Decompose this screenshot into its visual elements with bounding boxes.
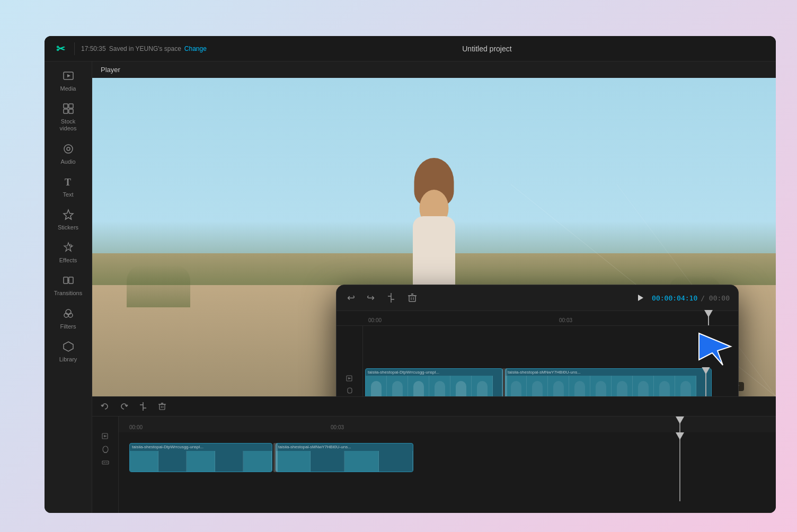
popup-clip-2-label: taisiia-shestopal-sMNwY7HBI0U-uns... bbox=[506, 369, 711, 376]
popup-time-display: 00:00:04:10 / 00:00 bbox=[632, 289, 730, 306]
sidebar-item-label: Library bbox=[59, 356, 77, 363]
svg-rect-4 bbox=[64, 109, 68, 113]
svg-point-42 bbox=[103, 446, 108, 453]
popup-clip-1[interactable]: taisiia-shestopal-DtpWrrcusgg-unspl... bbox=[365, 368, 503, 397]
change-space-button[interactable]: Change bbox=[184, 45, 207, 52]
track-audio-icon bbox=[346, 387, 353, 396]
svg-point-7 bbox=[67, 147, 70, 150]
svg-rect-3 bbox=[69, 104, 73, 108]
delete-button[interactable] bbox=[156, 400, 169, 413]
sidebar-item-label: Audio bbox=[60, 158, 75, 165]
popup-clip-2-thumbs bbox=[506, 376, 711, 397]
person-figure bbox=[402, 163, 466, 301]
sidebar-item-label: Stickers bbox=[58, 224, 78, 231]
app-logo: ✂ bbox=[53, 41, 68, 56]
popup-ruler: 00:00 00:03 bbox=[336, 311, 738, 326]
popup-thumb bbox=[387, 376, 408, 397]
timeline-toolbar bbox=[92, 397, 776, 416]
popup-current-time: 00:00:04:10 bbox=[652, 294, 697, 302]
timeline-tracks: taisiia-shestopal-DtpWrrcusgg-unspl... bbox=[119, 432, 776, 501]
popup-thumb bbox=[429, 376, 450, 397]
popup-clip-2[interactable]: taisiia-shestopal-sMNwY7HBI0U-uns... bbox=[505, 368, 712, 397]
sidebar-item-label: Text bbox=[63, 191, 73, 198]
popup-redo-button[interactable]: ↪ bbox=[365, 290, 377, 306]
svg-marker-31 bbox=[699, 333, 731, 365]
popup-thumb bbox=[633, 376, 654, 397]
popup-delete-button[interactable] bbox=[405, 291, 419, 305]
timeline-section: 00:00 00:03 taisiia-shestopal-DtpWrrcus bbox=[92, 396, 776, 513]
filters-icon bbox=[63, 308, 74, 321]
body: Media Stock videos bbox=[45, 61, 776, 513]
track-audio-control[interactable] bbox=[102, 446, 109, 455]
player-video: ↩ ↪ bbox=[92, 78, 776, 396]
popup-thumb bbox=[450, 376, 472, 397]
timeline-clip-1[interactable]: taisiia-shestopal-DtpWrrcusgg-unspl... bbox=[129, 443, 272, 472]
popup-thumb bbox=[569, 376, 590, 397]
sidebar-item-stickers[interactable]: Stickers bbox=[50, 205, 87, 235]
sidebar-item-label: Stock videos bbox=[52, 118, 85, 132]
popup-clip-container: taisiia-shestopal-DtpWrrcusgg-unspl... bbox=[363, 368, 738, 397]
ruler-mark-0: 00:00 bbox=[368, 317, 382, 323]
popup-thumb bbox=[548, 376, 569, 397]
track-subtitle-control[interactable] bbox=[102, 459, 109, 468]
sidebar-item-transitions[interactable]: Transitions bbox=[50, 270, 87, 301]
main-window: ✂ 17:50:35 Saved in YEUNG's space Change… bbox=[45, 36, 776, 513]
svg-rect-2 bbox=[64, 104, 68, 108]
player-section: Player bbox=[92, 61, 776, 396]
library-icon bbox=[63, 341, 74, 354]
sidebar-item-filters[interactable]: Filters bbox=[50, 304, 87, 334]
popup-clip-1-label: taisiia-shestopal-DtpWrrcusgg-unspl... bbox=[366, 369, 502, 376]
stickers-icon bbox=[63, 209, 74, 222]
header-divider bbox=[74, 42, 75, 55]
popup-split-button[interactable] bbox=[384, 291, 398, 305]
media-icon bbox=[63, 70, 74, 83]
split-button[interactable] bbox=[137, 400, 149, 413]
popup-thumb bbox=[675, 376, 696, 397]
sidebar-item-audio[interactable]: Audio bbox=[50, 139, 87, 170]
undo-button[interactable] bbox=[99, 400, 111, 413]
svg-rect-11 bbox=[64, 277, 68, 283]
popup-thumb bbox=[472, 376, 493, 397]
timestamp: 17:50:35 bbox=[81, 45, 106, 52]
redo-button[interactable] bbox=[118, 400, 130, 413]
timeline-track-area: 00:00 00:03 taisiia-shestopal-DtpWrrcus bbox=[119, 416, 776, 513]
timeline-clip-2-label: taisiia-shestopal-sMNwY7HBI0U-uns... bbox=[276, 444, 413, 450]
popup-thumb bbox=[506, 376, 527, 397]
stock-videos-icon bbox=[63, 103, 74, 116]
sidebar: Media Stock videos bbox=[45, 61, 92, 513]
popup-thumb bbox=[590, 376, 612, 397]
sidebar-item-text[interactable]: T Text bbox=[50, 172, 87, 202]
popup-thumb bbox=[527, 376, 548, 397]
save-status: Saved in YEUNG's space bbox=[109, 45, 181, 52]
sidebar-item-stock-videos[interactable]: Stock videos bbox=[50, 99, 87, 136]
sidebar-item-media[interactable]: Media bbox=[50, 66, 87, 96]
main-timeline-playhead bbox=[679, 432, 680, 501]
svg-marker-41 bbox=[104, 435, 107, 437]
popup-play-button[interactable] bbox=[632, 289, 649, 306]
timeline-ruler-1: 00:03 bbox=[331, 424, 344, 430]
sidebar-item-effects[interactable]: Effects bbox=[50, 237, 87, 268]
svg-marker-9 bbox=[64, 210, 73, 219]
timeline-clip-2[interactable]: taisiia-shestopal-sMNwY7HBI0U-uns... bbox=[276, 443, 413, 472]
main-area: Player bbox=[92, 61, 776, 513]
sidebar-item-library[interactable]: Library bbox=[50, 336, 87, 367]
bush-left bbox=[127, 265, 190, 307]
svg-rect-21 bbox=[409, 296, 415, 302]
svg-marker-26 bbox=[638, 295, 643, 301]
timeline-split-handle[interactable] bbox=[273, 443, 278, 472]
cursor-arrow bbox=[696, 331, 733, 370]
timeline-clip-1-label: taisiia-shestopal-DtpWrrcusgg-unspl... bbox=[130, 444, 272, 450]
track-video-icon bbox=[346, 375, 353, 384]
transitions-icon bbox=[63, 274, 74, 288]
sidebar-item-label: Filters bbox=[60, 323, 76, 330]
track-video-control[interactable] bbox=[102, 432, 109, 441]
ruler-mark-1: 00:03 bbox=[559, 317, 572, 323]
svg-text:T: T bbox=[65, 177, 71, 188]
popup-track-content: taisiia-shestopal-DtpWrrcusgg-unspl... bbox=[363, 326, 738, 396]
sidebar-item-label: Transitions bbox=[54, 290, 82, 297]
popup-track-controls bbox=[336, 326, 363, 396]
popup-thumb bbox=[366, 376, 387, 397]
header-save-info: 17:50:35 Saved in YEUNG's space Change bbox=[81, 45, 207, 52]
popup-undo-button[interactable]: ↩ bbox=[345, 290, 357, 306]
clip-split-handle[interactable] bbox=[502, 368, 507, 397]
